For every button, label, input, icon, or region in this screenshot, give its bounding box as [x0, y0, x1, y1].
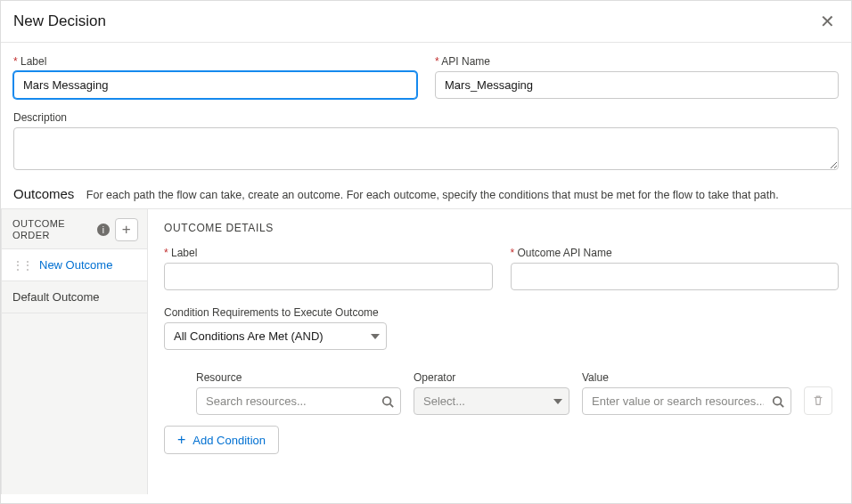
operator-label: Operator	[414, 371, 569, 384]
drag-handle-icon[interactable]: ⋮⋮	[12, 259, 32, 272]
condition-req-label: Condition Requirements to Execute Outcom…	[164, 306, 839, 319]
outcome-api-input[interactable]	[511, 263, 840, 290]
sidebar-item-new-outcome[interactable]: ⋮⋮ New Outcome	[2, 248, 147, 280]
label-input[interactable]	[13, 71, 417, 99]
plus-icon: +	[177, 433, 185, 447]
value-input[interactable]	[582, 387, 791, 415]
operator-value[interactable]	[414, 387, 569, 415]
add-condition-button[interactable]: + Add Condition	[164, 426, 279, 454]
outcomes-header: Outcomes For each path the flow can take…	[1, 174, 851, 208]
sidebar-item-label: New Outcome	[39, 258, 112, 272]
outcome-details-panel: OUTCOME DETAILS Label Outcome API Name C…	[148, 209, 851, 494]
outcomes-subtext: For each path the flow can take, create …	[86, 189, 779, 201]
modal-header: New Decision ✕	[1, 1, 851, 43]
trash-icon	[812, 394, 824, 407]
new-decision-modal: New Decision ✕ Label API Name Descriptio…	[0, 0, 852, 504]
outcomes-heading: Outcomes	[13, 186, 74, 201]
label-field-label: Label	[13, 55, 417, 68]
api-name-field-label: API Name	[435, 55, 839, 68]
description-label: Description	[13, 111, 839, 124]
value-label: Value	[582, 371, 791, 384]
close-icon: ✕	[820, 12, 835, 30]
modal-body-top: Label API Name Description	[1, 43, 851, 170]
outcome-label-input[interactable]	[164, 263, 493, 290]
close-button[interactable]: ✕	[817, 12, 837, 31]
sidebar-item-label: Default Outcome	[12, 290, 100, 304]
operator-select[interactable]	[414, 387, 569, 415]
outcome-details-title: OUTCOME DETAILS	[164, 222, 839, 234]
condition-req-select[interactable]	[164, 322, 387, 350]
outcome-label-field-label: Label	[164, 247, 493, 259]
outcome-api-field-label: Outcome API Name	[511, 247, 840, 259]
condition-row: Resource Operator	[196, 371, 839, 415]
modal-title: New Decision	[13, 12, 106, 30]
delete-condition-button[interactable]	[804, 386, 832, 415]
add-condition-label: Add Condition	[193, 434, 266, 447]
api-name-input[interactable]	[435, 71, 839, 99]
outcomes-split: OUTCOMEORDER i + ⋮⋮ New Outcome Default …	[1, 209, 851, 494]
add-outcome-button[interactable]: +	[115, 218, 138, 241]
sidebar-header: OUTCOMEORDER i +	[2, 209, 147, 248]
outcome-order-label: OUTCOMEORDER	[12, 218, 65, 241]
info-icon[interactable]: i	[97, 224, 110, 236]
plus-icon: +	[122, 221, 131, 239]
sidebar-item-default-outcome[interactable]: Default Outcome	[2, 280, 147, 313]
outcome-order-sidebar: OUTCOMEORDER i + ⋮⋮ New Outcome Default …	[1, 209, 148, 494]
resource-input[interactable]	[196, 387, 401, 415]
condition-req-value[interactable]	[164, 322, 387, 350]
resource-label: Resource	[196, 371, 401, 384]
description-textarea[interactable]	[13, 127, 839, 170]
